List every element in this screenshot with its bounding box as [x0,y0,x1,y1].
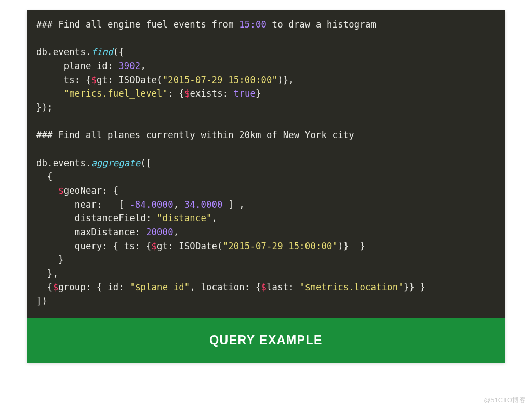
code-block: ### Find all engine fuel events from 15:… [27,10,505,318]
comment-line-2: ### Find all planes currently within 20k… [36,130,354,140]
query-2: db.events.aggregate([ { $geoNear: { near… [36,158,425,307]
watermark: @51CTO博客 [484,396,526,405]
query-1: db.events.find({ plane_id: 3902, ts: {$g… [36,47,294,113]
slide-title-banner: QUERY EXAMPLE [27,318,505,363]
slide: ### Find all engine fuel events from 15:… [27,10,505,363]
comment-line-1: ### Find all engine fuel events from 15:… [36,19,376,30]
